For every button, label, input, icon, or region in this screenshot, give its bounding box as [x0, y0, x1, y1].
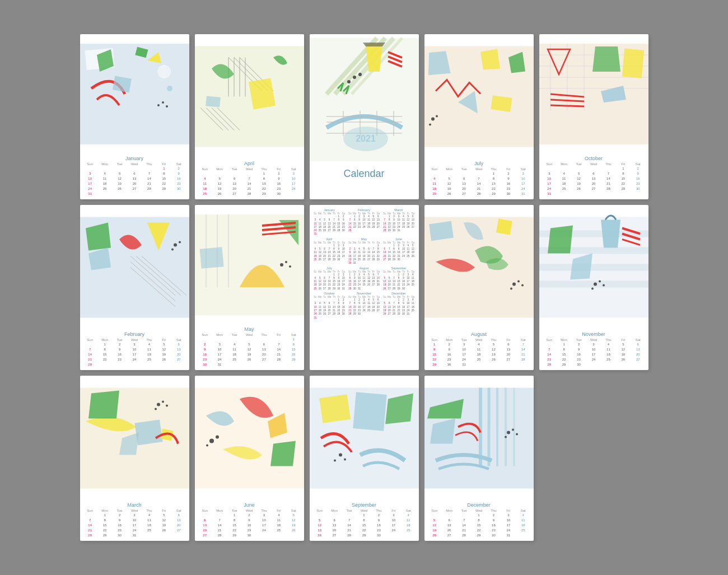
svg-text:2021: 2021: [356, 134, 376, 143]
svg-rect-128: [319, 394, 351, 423]
month-title-august: August: [427, 331, 531, 337]
card-november: November SunMonTueWedThuFriSat 123456 78…: [539, 205, 648, 370]
svg-point-117: [157, 403, 160, 406]
svg-rect-94: [496, 219, 512, 235]
cal-july: July SunMonTueWedThuFriSat 123 45678910 …: [424, 159, 534, 199]
svg-point-120: [166, 405, 168, 407]
cal-body-november: 123456 78910111213 14151617181920 212223…: [542, 342, 646, 367]
card-june: June SunMonTueWedThuFriSat 12345 6789101…: [195, 376, 304, 541]
svg-point-77: [174, 244, 177, 247]
cal-january: January SunMonTueWedThuFriSat 12 3456789…: [80, 154, 189, 199]
month-title-september: September: [312, 502, 416, 508]
card-august: August SunMonTueWedThuFriSat 1234567 891…: [424, 205, 534, 370]
card-full-year: January SuMoTuWeThFrSa 12 3456789 101112…: [310, 205, 419, 370]
svg-point-111: [591, 288, 594, 290]
cal-march: March SunMonTueWedThuFriSat 123456 78910…: [80, 501, 189, 541]
cal-header-march: SunMonTueWedThuFriSat: [83, 509, 186, 512]
svg-rect-20: [206, 96, 220, 107]
month-title-july: July: [427, 161, 531, 166]
svg-point-109: [594, 283, 597, 286]
art-march: [80, 376, 189, 501]
cal-may: May SunMonTueWedThuFriSat 1 2345678 9101…: [195, 325, 304, 370]
cal-header-november: SunMonTueWedThuFriSat: [542, 338, 646, 342]
fy-july: July SuMoTuWeThFrSa 123 45678910 1112131…: [313, 267, 346, 291]
svg-rect-129: [353, 392, 386, 431]
art-october: [539, 34, 648, 154]
fy-title-january: January: [313, 208, 346, 212]
fy-march: March SuMoTuWeThFrSa 123456 78910111213 …: [382, 208, 416, 236]
card-february: February SunMonTueWedThuFriSat 123456 78…: [80, 205, 189, 370]
art-august: [424, 205, 534, 330]
fy-row-2: April SuMoTuWeThFrSa 123 45678910 111213…: [313, 237, 416, 265]
svg-point-33: [353, 76, 356, 79]
svg-marker-126: [270, 441, 296, 466]
cal-header-december: SunMonTueWedThuFriSat: [427, 509, 531, 512]
card-april: April SunMonTueWedThuFriSat 123 45678910…: [195, 34, 304, 199]
cal-november: November SunMonTueWedThuFriSat 123456 78…: [539, 330, 648, 370]
card-march: March SunMonTueWedThuFriSat 123456 78910…: [80, 376, 189, 541]
cal-body-december: 1234 567891011 12131415161718 1920212223…: [427, 513, 531, 538]
fy-april: April SuMoTuWeThFrSa 123 45678910 111213…: [313, 237, 346, 265]
svg-rect-49: [491, 95, 512, 112]
svg-marker-114: [88, 391, 119, 419]
svg-point-119: [155, 408, 157, 410]
art-february: [80, 205, 189, 330]
svg-point-10: [166, 105, 168, 107]
cal-september: September SunMonTueWedThuFriSat 1234 567…: [310, 501, 419, 541]
fy-may: May SuMoTuWeThFrSa 1 2345678 91011121314…: [348, 237, 381, 265]
svg-point-6: [157, 65, 171, 78]
cover-label: Calendar: [343, 165, 384, 188]
cal-body-october: 12 3456789 10111213141516 17181920212223…: [542, 166, 646, 197]
svg-point-142: [507, 431, 510, 434]
svg-point-34: [358, 73, 362, 76]
svg-rect-19: [248, 78, 275, 109]
svg-point-96: [517, 281, 520, 283]
month-title-march: March: [83, 502, 186, 508]
svg-point-123: [209, 439, 214, 443]
cal-april: April SunMonTueWedThuFriSat 123 45678910…: [195, 159, 304, 199]
fy-body-january: 12 3456789 10111213141516 17181920212223…: [313, 215, 346, 236]
cal-header-july: SunMonTueWedThuFriSat: [427, 167, 531, 171]
cal-december: December SunMonTueWedThuFriSat 1234 5678…: [424, 501, 534, 541]
card-may: May SunMonTueWedThuFriSat 1 2345678 9101…: [195, 205, 304, 370]
cal-body-march: 123456 78910111213 14151617181920 212223…: [83, 513, 186, 538]
month-title-november: November: [542, 331, 646, 337]
fy-february: February SuMoTuWeThFrSa 123456 789101112…: [348, 208, 381, 236]
svg-point-50: [431, 118, 435, 121]
svg-marker-46: [480, 49, 500, 70]
cal-body-may: 1 2345678 9101112131415 16171819202122 2…: [198, 337, 301, 367]
svg-rect-63: [622, 49, 643, 78]
cal-header-august: SunMonTueWedThuFriSat: [427, 338, 531, 342]
cal-february: February SunMonTueWedThuFriSat 123456 78…: [80, 330, 189, 370]
svg-point-143: [512, 429, 514, 431]
fy-august: August SuMoTuWeThFrSa 1234567 8910111213…: [348, 267, 381, 291]
svg-point-133: [344, 459, 346, 461]
cal-october: October SunMonTueWedThuFriSat 12 3456789…: [539, 154, 648, 199]
month-title-february: February: [83, 331, 186, 337]
card-cover: 2021 Calendar: [310, 34, 419, 199]
card-july: July SunMonTueWedThuFriSat 123 45678910 …: [424, 34, 534, 199]
card-january: January SunMonTueWedThuFriSat 12 3456789…: [80, 34, 189, 199]
svg-point-89: [280, 263, 283, 267]
cal-header-june: SunMonTueWedThuFriSat: [198, 509, 301, 512]
svg-point-145: [516, 433, 518, 436]
calendar-grid: January SunMonTueWedThuFriSat 12 3456789…: [69, 23, 660, 552]
fy-row-4: October SuMoTuWeThFrSa 12 3456789 101112…: [313, 292, 416, 320]
fy-title-february: February: [348, 208, 381, 212]
month-title-may: May: [198, 326, 301, 332]
fy-october: October SuMoTuWeThFrSa 12 3456789 101112…: [313, 292, 346, 320]
card-september: September SunMonTueWedThuFriSat 1234 567…: [310, 376, 419, 541]
cal-body-august: 1234567 891011121314 15161718192021 2223…: [427, 342, 531, 367]
fy-december: December SuMoTuWeThFrSa 1234 567891011 1…: [382, 292, 416, 320]
art-january: [80, 34, 189, 154]
svg-rect-5: [112, 76, 131, 93]
svg-point-90: [285, 261, 287, 263]
cal-header-january: SunMonTueWedThuFriSat: [83, 162, 186, 166]
art-july: [424, 34, 534, 159]
svg-point-97: [510, 288, 512, 290]
svg-point-91: [289, 265, 291, 268]
fy-row-3: July SuMoTuWeThFrSa 123 45678910 1112131…: [313, 267, 416, 291]
art-cover: 2021: [310, 34, 419, 165]
art-november: [539, 205, 648, 330]
month-title-june: June: [198, 502, 301, 508]
